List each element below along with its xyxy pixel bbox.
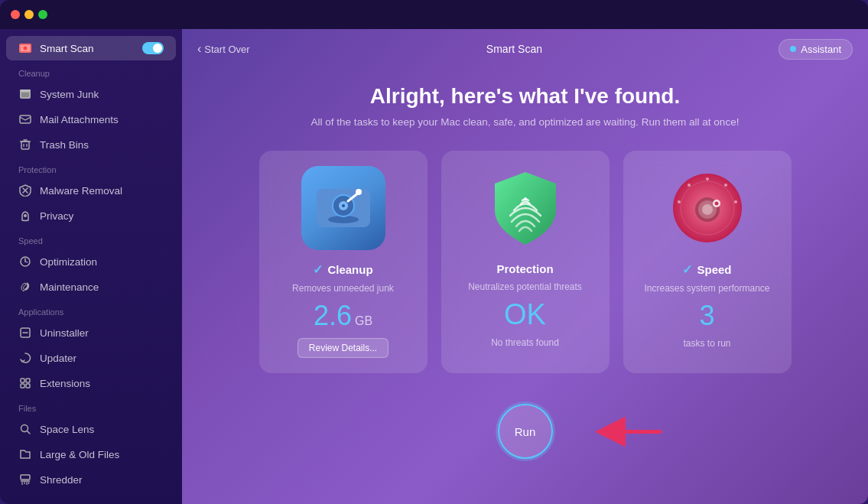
svg-line-30 — [28, 482, 29, 484]
svg-point-46 — [724, 184, 727, 187]
speed-icon-area — [665, 166, 749, 250]
optimization-label: Optimization — [40, 256, 97, 268]
speed-subtitle: Increases system performance — [644, 283, 769, 294]
close-button[interactable] — [11, 10, 20, 19]
section-label-applications: Applications — [0, 300, 182, 320]
shredder-icon — [18, 473, 32, 486]
cleanup-title-row: ✓ Cleanup — [313, 262, 372, 277]
sidebar-item-system-junk[interactable]: System Junk — [6, 82, 176, 106]
svg-rect-5 — [20, 89, 31, 92]
back-label: Start Over — [204, 44, 249, 55]
uninstaller-label: Uninstaller — [40, 327, 89, 339]
cleanup-unit: GB — [355, 314, 372, 328]
svg-point-14 — [24, 214, 27, 217]
protection-title-row: Protection — [496, 262, 553, 275]
minimize-button[interactable] — [24, 10, 34, 19]
svg-rect-6 — [20, 115, 31, 123]
svg-rect-4 — [21, 93, 29, 97]
svg-point-38 — [356, 189, 362, 195]
sidebar-item-extensions[interactable]: Extensions — [6, 371, 176, 395]
svg-line-17 — [25, 262, 28, 262]
sidebar-item-space-lens[interactable]: Space Lens — [6, 417, 176, 441]
sidebar-item-maintenance[interactable]: Maintenance — [6, 275, 176, 299]
back-chevron-icon: ‹ — [197, 42, 201, 56]
back-button[interactable]: ‹ Start Over — [197, 42, 250, 56]
protection-subtitle: Neutralizes potential threats — [468, 281, 582, 292]
cleanup-title: Cleanup — [327, 263, 372, 276]
trash-bins-label: Trash Bins — [40, 139, 89, 151]
cleanup-subtitle: Removes unneeded junk — [292, 283, 394, 294]
protection-shield-icon — [487, 168, 564, 249]
section-label-protection: Protection — [0, 158, 182, 177]
trash-bins-icon — [18, 138, 32, 151]
content-body: Alright, here's what I've found. All of … — [182, 69, 868, 504]
svg-point-43 — [688, 184, 691, 187]
main-subtext: All of the tasks to keep your Mac clean,… — [311, 116, 740, 128]
content-area: ‹ Start Over Smart Scan Assistant Alrigh… — [182, 29, 868, 504]
section-label-speed: Speed — [0, 229, 182, 249]
sidebar-item-large-old-files[interactable]: Large & Old Files — [6, 442, 176, 467]
section-label-cleanup: Cleanup — [0, 61, 182, 81]
card-speed: ✓ Speed Increases system performance 3 t… — [623, 151, 792, 373]
cleanup-value: 2.6 GB — [314, 300, 372, 332]
sidebar-item-privacy[interactable]: Privacy — [6, 203, 176, 228]
privacy-icon — [18, 209, 32, 223]
protection-value: OK — [504, 298, 546, 331]
svg-rect-26 — [21, 475, 30, 480]
card-protection: Protection Neutralizes potential threats… — [441, 151, 610, 373]
svg-point-44 — [678, 200, 681, 203]
privacy-label: Privacy — [40, 210, 73, 222]
sidebar-sections: CleanupSystem JunkMail AttachmentsTrash … — [0, 61, 182, 493]
sidebar-item-mail-attachments[interactable]: Mail Attachments — [6, 107, 176, 132]
system-junk-label: System Junk — [40, 89, 99, 100]
smart-scan-toggle[interactable] — [142, 42, 164, 54]
cleanup-check-icon: ✓ — [313, 262, 323, 277]
svg-rect-23 — [26, 384, 30, 388]
malware-removal-icon — [18, 184, 32, 197]
svg-rect-22 — [21, 384, 24, 388]
speed-title: Speed — [697, 263, 731, 276]
svg-point-36 — [342, 204, 345, 207]
mail-attachments-label: Mail Attachments — [40, 114, 119, 125]
section-label-files: Files — [0, 396, 182, 416]
extensions-label: Extensions — [40, 378, 90, 389]
mail-attachments-icon — [18, 112, 32, 126]
assistant-button[interactable]: Assistant — [779, 39, 853, 60]
sidebar-item-trash-bins[interactable]: Trash Bins — [6, 132, 176, 157]
svg-point-42 — [706, 177, 709, 180]
smart-scan-icon — [18, 41, 32, 55]
shredder-label: Shredder — [40, 474, 83, 486]
maximize-button[interactable] — [38, 10, 47, 19]
sidebar-item-shredder[interactable]: Shredder — [6, 467, 176, 492]
large-old-files-label: Large & Old Files — [40, 449, 119, 460]
extensions-icon — [18, 376, 32, 390]
main-heading: Alright, here's what I've found. — [370, 84, 680, 109]
sidebar-item-smart-scan[interactable]: Smart Scan — [6, 36, 176, 60]
sidebar-item-optimization[interactable]: Optimization — [6, 249, 176, 274]
svg-line-25 — [28, 431, 31, 434]
hard-drive-icon — [309, 174, 378, 242]
sidebar-item-malware-removal[interactable]: Malware Removal — [6, 178, 176, 203]
large-old-files-icon — [18, 447, 32, 461]
system-junk-icon — [18, 87, 32, 101]
cards-row: ✓ Cleanup Removes unneeded junk 2.6 GB R… — [259, 151, 792, 373]
review-details-button[interactable]: Review Details... — [297, 338, 388, 358]
speed-footer: tasks to run — [683, 338, 730, 349]
speed-title-row: ✓ Speed — [682, 262, 731, 277]
protection-title: Protection — [496, 262, 553, 275]
main-layout: Smart Scan CleanupSystem JunkMail Attach… — [0, 29, 868, 504]
run-button[interactable]: Run — [498, 404, 553, 459]
sidebar-item-uninstaller[interactable]: Uninstaller — [6, 320, 176, 345]
maintenance-label: Maintenance — [40, 281, 99, 293]
sidebar-item-updater[interactable]: Updater — [6, 346, 176, 370]
assistant-label: Assistant — [801, 44, 841, 55]
uninstaller-icon — [18, 326, 32, 340]
speedometer-icon — [669, 170, 746, 246]
arrow-pointer-icon — [564, 411, 664, 453]
svg-point-39 — [524, 197, 527, 200]
header-title: Smart Scan — [250, 43, 779, 55]
card-cleanup: ✓ Cleanup Removes unneeded junk 2.6 GB R… — [259, 151, 427, 373]
svg-rect-21 — [26, 379, 30, 382]
run-label: Run — [515, 425, 536, 438]
traffic-lights — [11, 10, 47, 19]
